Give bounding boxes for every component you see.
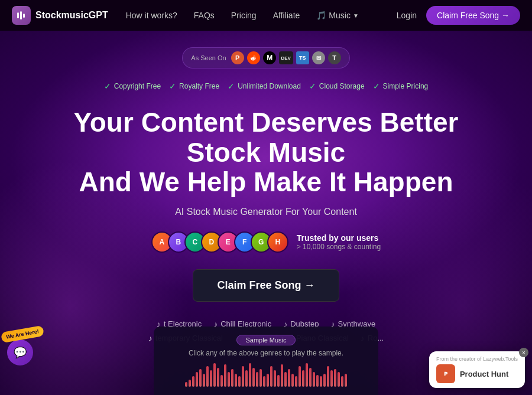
sample-music-box: Sample Music Click any of the above genr… [154, 327, 378, 395]
nav-pricing[interactable]: Pricing [231, 11, 257, 20]
nav-actions: Login Claim Free Song → [397, 6, 520, 25]
svg-rect-0 [17, 12, 19, 18]
waveform [166, 363, 366, 387]
chevron-down-icon: ▼ [353, 12, 359, 19]
feature-cloud-storage: ✓ Cloud Storage [309, 81, 365, 91]
medium-icon: M [263, 51, 276, 64]
sample-text: Click any of the above genres to play th… [166, 349, 366, 357]
nav-how-it-works[interactable]: How it works? [126, 11, 177, 20]
logo-icon [12, 6, 31, 25]
feature-copyright-free: ✓ Copyright Free [104, 81, 161, 91]
feature-royalty-free: ✓ Royalty Free [169, 81, 219, 91]
ts-icon: TS [296, 51, 309, 64]
ph-widget[interactable]: × From the creator of Lazyweb.Tools Prod… [429, 351, 525, 388]
ph-icon [436, 364, 455, 383]
features-row: ✓ Copyright Free ✓ Royalty Free ✓ Unlimi… [104, 81, 429, 91]
ph-content: Product Hunt [436, 364, 518, 383]
main-content: As Seen On P M DEV TS ✉ T ✓ Copyright Fr… [0, 31, 532, 348]
chat-bubble-button[interactable]: 💬 [7, 339, 33, 365]
users-row: A B C D E F G H Trusted by our users > 1… [151, 231, 381, 253]
dev-icon: DEV [279, 51, 293, 64]
check-icon-5: ✓ [373, 81, 380, 91]
navbar: StockmusicGPT How it works? FAQs Pricing… [0, 0, 532, 31]
ph-close-button[interactable]: × [519, 348, 528, 357]
as-seen-on-bar: As Seen On P M DEV TS ✉ T [182, 47, 349, 68]
brand-name: StockmusicGPT [35, 10, 108, 21]
svg-rect-1 [20, 11, 22, 19]
as-seen-text: As Seen On [191, 54, 226, 61]
svg-rect-2 [23, 14, 25, 18]
chat-widget: We Are Here! 💬 [7, 339, 33, 365]
nav-faqs[interactable]: FAQs [194, 11, 215, 20]
avatar-8: H [267, 231, 288, 253]
nav-links: How it works? FAQs Pricing Affiliate 🎵 M… [126, 11, 397, 20]
mail-icon: ✉ [312, 51, 325, 64]
nav-claim-button[interactable]: Claim Free Song → [426, 6, 520, 25]
claim-free-song-button[interactable]: Claim Free Song → [193, 269, 339, 302]
t-icon: T [328, 51, 341, 64]
sample-badge: Sample Music [236, 335, 295, 345]
ph-label: Product Hunt [460, 370, 508, 378]
login-button[interactable]: Login [397, 11, 417, 20]
feature-simple-pricing: ✓ Simple Pricing [373, 81, 429, 91]
reddit-icon [247, 51, 260, 64]
ph-from-text: From the creator of Lazyweb.Tools [436, 356, 518, 362]
trusted-main: Trusted by our users [297, 233, 381, 243]
check-icon-3: ✓ [228, 81, 235, 91]
trusted-sub: > 10,000 songs & counting [297, 243, 381, 251]
nav-music[interactable]: 🎵 Music ▼ [316, 11, 358, 20]
check-icon-1: ✓ [104, 81, 111, 91]
nav-affiliate[interactable]: Affiliate [273, 11, 300, 20]
check-icon-4: ✓ [309, 81, 316, 91]
note-icon-5: ♪ [148, 334, 153, 343]
music-icon: 🎵 [316, 11, 326, 20]
check-icon-2: ✓ [169, 81, 176, 91]
avatars: A B C D E F G H [151, 231, 288, 253]
sample-label-row: Sample Music [166, 335, 366, 345]
trusted-text: Trusted by our users > 10,000 songs & co… [297, 233, 381, 251]
logo[interactable]: StockmusicGPT [12, 6, 108, 25]
producthunt-icon: P [231, 51, 244, 64]
feature-unlimited-download: ✓ Unlimited Download [228, 81, 301, 91]
hero-heading: Your Content Deserves Better Stock Music… [59, 107, 473, 197]
chat-icon: 💬 [14, 346, 27, 359]
seen-icons: P M DEV TS ✉ T [231, 51, 341, 64]
hero-subheading: AI Stock Music Generator For Your Conten… [175, 207, 357, 217]
